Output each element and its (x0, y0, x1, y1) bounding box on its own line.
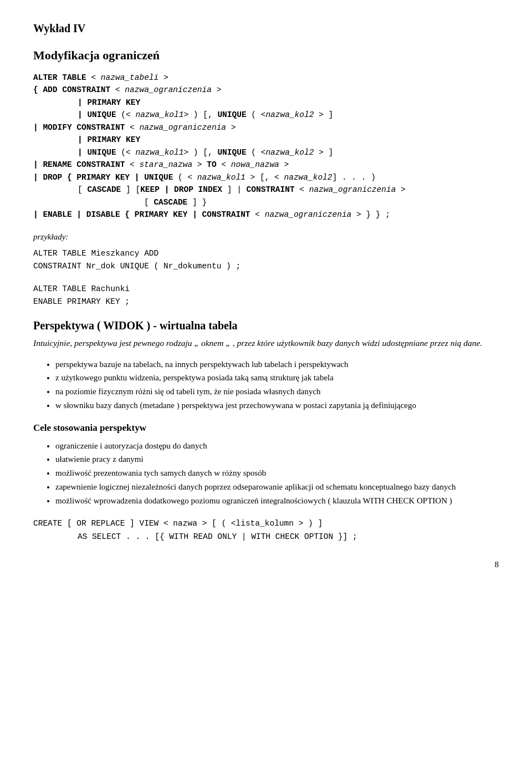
section-intro: Intuicyjnie, perspektywa jest pewnego ro… (33, 337, 499, 349)
code-line-7: | UNIQUE (< nazwa_kol1> ) [, UNIQUE ( <n… (78, 146, 499, 159)
code-line-8: | RENAME CONSTRAINT < stara_nazwa > TO <… (33, 159, 499, 171)
code-line-5: | MODIFY CONSTRAINT < nazwa_ograniczenia… (33, 121, 499, 134)
section-cele: Cele stosowania perspektyw ograniczenie … (33, 422, 499, 508)
header-title: Wykład IV (33, 22, 85, 34)
bullet-1: perspektywa bazuje na tabelach, na innyc… (55, 358, 499, 371)
code-line-11: [ CASCADE ] } (144, 196, 499, 208)
code-line-1: ALTER TABLE < nazwa_tabeli > (33, 72, 499, 84)
section-perspektywa: Perspektywa ( WIDOK ) - wirtualna tabela… (33, 319, 499, 412)
code-line-2: { ADD CONSTRAINT < nazwa_ograniczenia > (33, 84, 499, 96)
example-2: ALTER TABLE Rachunki ENABLE PRIMARY KEY … (33, 283, 499, 308)
create-view-code: CREATE [ OR REPLACE ] VIEW < nazwa > [ (… (33, 517, 499, 543)
code-line-9: | DROP { PRIMARY KEY | UNIQUE ( < nazwa_… (33, 171, 499, 184)
code-line-4: | UNIQUE (< nazwa_kol1> ) [, UNIQUE ( <n… (78, 109, 499, 121)
cele-bullet-5: możliwość wprowadzenia dodatkowego pozio… (55, 494, 499, 508)
create-view-line-1: CREATE [ OR REPLACE ] VIEW < nazwa > [ (… (33, 517, 499, 530)
code-line-3: | PRIMARY KEY (78, 96, 499, 109)
create-view-line-2: AS SELECT . . . [{ WITH READ ONLY | WITH… (78, 531, 499, 543)
bullet-4: w słowniku bazy danych (metadane ) persp… (55, 399, 499, 413)
example-1: ALTER TABLE Mieszkancy ADD CONSTRAINT Nr… (33, 247, 499, 273)
cele-bullet-3: możliwość prezentowania tych samych dany… (55, 466, 499, 480)
examples-label: przykłady: (33, 232, 499, 242)
cele-title: Cele stosowania perspektyw (33, 422, 499, 434)
cele-bullet-2: ułatwienie pracy z danymi (55, 452, 499, 466)
section2-bullets: perspektywa bazuje na tabelach, na innyc… (55, 358, 499, 413)
bullet-2: z użytkowego punktu widzenia, perspektyw… (55, 371, 499, 385)
code-line-10: [ CASCADE ] [KEEP | DROP INDEX ] | CONST… (78, 184, 499, 196)
section-title: Modyfikacja ograniczeń (33, 48, 499, 63)
cele-bullet-1: ograniczenie i autoryzacja dostępu do da… (55, 439, 499, 453)
code-line-12: | ENABLE | DISABLE { PRIMARY KEY | CONST… (33, 208, 499, 221)
page-header: Wykład IV (33, 22, 499, 35)
code-block-alter: ALTER TABLE < nazwa_tabeli > { ADD CONST… (33, 72, 499, 221)
section-heading: Perspektywa ( WIDOK ) - wirtualna tabela (33, 319, 499, 332)
page-number: 8 (33, 560, 499, 569)
bullet-3: na poziomie fizycznym różni się od tabel… (55, 385, 499, 399)
section3-bullets: ograniczenie i autoryzacja dostępu do da… (55, 439, 499, 508)
section-modyfikacja: Modyfikacja ograniczeń ALTER TABLE < naz… (33, 48, 499, 221)
cele-bullet-4: zapewnienie logicznej niezależności dany… (55, 480, 499, 494)
examples-section: przykłady: ALTER TABLE Mieszkancy ADD CO… (33, 232, 499, 309)
section-create-view: CREATE [ OR REPLACE ] VIEW < nazwa > [ (… (33, 517, 499, 543)
code-line-6: | PRIMARY KEY (78, 134, 499, 146)
